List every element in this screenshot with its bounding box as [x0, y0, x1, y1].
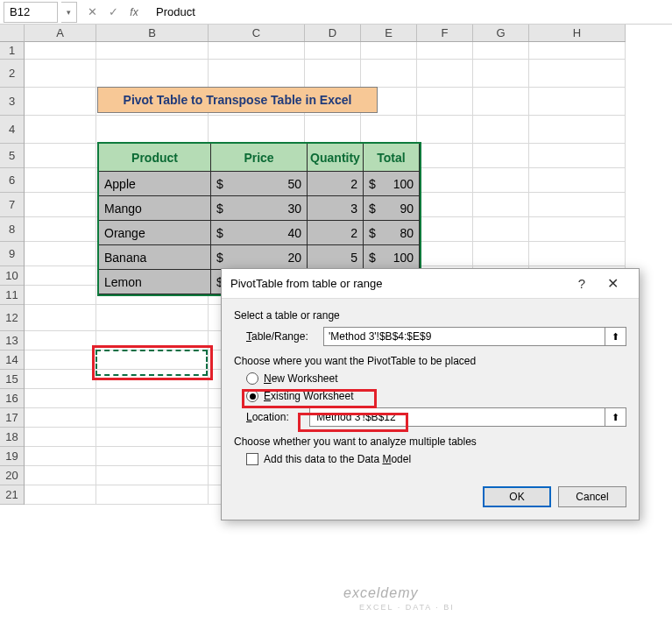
row-header[interactable]: 21 — [0, 485, 24, 505]
cell[interactable] — [529, 168, 626, 193]
column-header[interactable]: C — [209, 25, 305, 41]
cell[interactable] — [473, 116, 529, 144]
row-header[interactable]: 14 — [0, 350, 24, 370]
row-header[interactable]: 19 — [0, 447, 24, 466]
cell[interactable] — [529, 42, 626, 60]
cell[interactable] — [25, 144, 96, 168]
cell[interactable] — [473, 193, 529, 217]
cell[interactable] — [473, 144, 529, 168]
cell[interactable] — [417, 168, 473, 193]
total-cell[interactable]: $100 — [364, 172, 420, 196]
table-range-input[interactable] — [323, 327, 605, 346]
row-header[interactable]: 13 — [0, 331, 24, 350]
price-cell[interactable]: $20 — [211, 245, 308, 270]
cell[interactable] — [25, 286, 96, 305]
cell[interactable] — [473, 217, 529, 242]
cell[interactable] — [209, 60, 305, 88]
name-box[interactable]: B12 — [4, 2, 58, 23]
price-cell[interactable]: $30 — [211, 196, 308, 221]
location-input[interactable] — [309, 407, 605, 427]
row-header[interactable]: 6 — [0, 168, 24, 193]
product-cell[interactable]: Lemon — [99, 270, 211, 294]
cell[interactable] — [417, 42, 473, 60]
cell[interactable] — [473, 60, 529, 88]
row-header[interactable]: 1 — [0, 42, 24, 60]
cell[interactable] — [25, 447, 96, 466]
cell[interactable] — [361, 116, 417, 144]
row-header[interactable]: 20 — [0, 466, 24, 485]
row-header[interactable]: 2 — [0, 60, 24, 88]
price-cell[interactable]: $50 — [211, 172, 308, 196]
cell[interactable] — [25, 428, 96, 447]
cell[interactable] — [209, 42, 305, 60]
cell[interactable] — [25, 350, 96, 370]
cell[interactable] — [417, 88, 473, 116]
row-header[interactable]: 18 — [0, 428, 24, 447]
collapse-dialog-icon-2[interactable]: ⬆ — [605, 407, 626, 427]
cell[interactable] — [417, 144, 473, 168]
column-header[interactable]: H — [529, 25, 626, 41]
cell[interactable] — [96, 485, 209, 505]
cell[interactable] — [417, 242, 473, 266]
cell[interactable] — [305, 60, 361, 88]
cell[interactable] — [473, 88, 529, 116]
cell[interactable] — [209, 116, 305, 144]
cell[interactable] — [25, 242, 96, 266]
cell[interactable] — [529, 60, 626, 88]
cell[interactable] — [25, 370, 96, 389]
cell[interactable] — [96, 42, 209, 60]
row-header[interactable]: 7 — [0, 193, 24, 217]
cell[interactable] — [96, 428, 209, 447]
cell[interactable] — [96, 466, 209, 485]
row-header[interactable]: 15 — [0, 370, 24, 389]
cell[interactable] — [25, 408, 96, 428]
cell[interactable] — [473, 242, 529, 266]
column-header[interactable]: E — [361, 25, 417, 41]
cell[interactable] — [529, 242, 626, 266]
total-cell[interactable]: $80 — [364, 221, 420, 245]
row-header[interactable]: 11 — [0, 286, 24, 305]
cell[interactable] — [25, 485, 96, 505]
formula-bar-input[interactable] — [149, 2, 672, 23]
cell[interactable] — [25, 305, 96, 331]
cell[interactable] — [96, 447, 209, 466]
row-header[interactable]: 3 — [0, 88, 24, 116]
cell[interactable] — [529, 217, 626, 242]
cell[interactable] — [96, 60, 209, 88]
product-cell[interactable]: Mango — [99, 196, 211, 221]
cell[interactable] — [417, 116, 473, 144]
cell[interactable] — [25, 60, 96, 88]
total-cell[interactable]: $90 — [364, 196, 420, 221]
price-cell[interactable]: $40 — [211, 221, 308, 245]
fx-icon[interactable]: fx — [124, 3, 144, 22]
total-cell[interactable]: $100 — [364, 245, 420, 270]
cell[interactable] — [417, 193, 473, 217]
dialog-help-button[interactable]: ? — [569, 276, 595, 291]
cell[interactable] — [96, 116, 209, 144]
cell[interactable] — [25, 389, 96, 408]
cell[interactable] — [25, 466, 96, 485]
cell[interactable] — [25, 193, 96, 217]
cell[interactable] — [529, 116, 626, 144]
column-header[interactable]: B — [96, 25, 209, 41]
cell[interactable] — [25, 331, 96, 350]
row-header[interactable]: 10 — [0, 266, 24, 286]
cancel-button[interactable]: Cancel — [558, 486, 626, 507]
select-all-corner[interactable] — [0, 25, 25, 42]
cell[interactable] — [25, 217, 96, 242]
cell[interactable] — [25, 266, 96, 286]
quantity-cell[interactable]: 3 — [308, 196, 364, 221]
cell[interactable] — [529, 88, 626, 116]
quantity-cell[interactable]: 2 — [308, 172, 364, 196]
cell[interactable] — [529, 144, 626, 168]
dialog-close-button[interactable]: ✕ — [595, 275, 630, 292]
ok-button[interactable]: OK — [483, 486, 551, 507]
quantity-cell[interactable]: 2 — [308, 221, 364, 245]
row-header[interactable]: 9 — [0, 242, 24, 266]
row-header[interactable]: 12 — [0, 305, 24, 331]
product-cell[interactable]: Apple — [99, 172, 211, 196]
cell[interactable] — [25, 88, 96, 116]
cell[interactable] — [473, 168, 529, 193]
existing-worksheet-radio-row[interactable]: Existing Worksheet — [246, 390, 626, 402]
column-header[interactable]: A — [25, 25, 96, 41]
